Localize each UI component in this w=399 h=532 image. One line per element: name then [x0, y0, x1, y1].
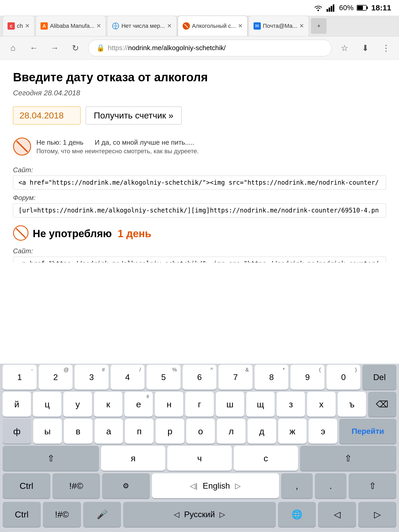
key-в[interactable]: в — [64, 419, 92, 444]
tab-net[interactable]: Нет числа мер... ✕ — [107, 16, 176, 36]
tab-label-alibaba: Alibaba Manufa... — [50, 23, 94, 29]
key-ctrl[interactable]: Ctrl — [3, 473, 50, 498]
tab-favicon-mail: ✉ — [254, 22, 261, 30]
tab-alko[interactable]: Алкогольный с... ✕ — [178, 16, 248, 36]
tab-label-mail: Почта@Ма... — [263, 23, 297, 29]
tab-close-mail[interactable]: ✕ — [299, 23, 304, 29]
get-counter-button[interactable]: Получить счетчик » — [86, 107, 182, 124]
key-к[interactable]: к — [94, 392, 122, 417]
key-ц[interactable]: ц — [33, 392, 61, 417]
tab-new-button[interactable]: + — [311, 18, 327, 34]
key-spacebar-english[interactable]: ◁| English ▷ — [152, 473, 279, 498]
spacebar-ru-left: ◁ — [174, 510, 179, 519]
tab-close-net[interactable]: ✕ — [167, 23, 172, 29]
back-button[interactable]: ⌂ — [5, 40, 21, 56]
nav-back-button[interactable]: ← — [26, 40, 42, 56]
reload-button[interactable]: ↻ — [68, 40, 83, 56]
key-backspace[interactable]: ⌫ — [368, 392, 396, 417]
key-ы[interactable]: ы — [33, 419, 62, 444]
key-ш[interactable]: ш — [216, 392, 244, 417]
key-ф-dark[interactable]: ф — [3, 419, 31, 444]
key-8[interactable]: 8* — [255, 365, 289, 390]
key-й[interactable]: й — [3, 392, 31, 417]
section2-icon — [13, 225, 29, 242]
key-ж[interactable]: ж — [278, 419, 307, 444]
key-nav-back[interactable]: ◁ — [318, 502, 356, 527]
key-enter[interactable]: Перейти — [339, 419, 396, 444]
key-period[interactable]: . — [315, 473, 347, 498]
key-о[interactable]: о — [186, 419, 215, 444]
key-emoji[interactable]: !#© — [43, 502, 81, 527]
key-0-super: ) — [355, 367, 357, 373]
key-а[interactable]: а — [95, 419, 123, 444]
banner-quote: И да, со мной лучше не пить..... — [95, 138, 195, 146]
key-comma[interactable]: , — [281, 473, 313, 498]
page-title: Введите дату отказа от алкоголя — [13, 70, 386, 84]
key-ъ[interactable]: ъ — [338, 392, 366, 417]
key-shift-left[interactable]: ⇧ — [3, 446, 99, 471]
key-8-super: * — [283, 367, 285, 373]
key-1[interactable]: 1- — [3, 365, 37, 390]
site-code-section-2: Сайт: <a href="https://nodrink.me/alkogo… — [13, 247, 386, 262]
site-code-box-2[interactable]: <a href="https://nodrink.me/alkogolniy-s… — [13, 257, 386, 262]
key-5[interactable]: 5% — [147, 365, 181, 390]
key-7[interactable]: 7& — [218, 365, 252, 390]
banner-line1: Не пью: 1 день И да, со мной лучше не пи… — [36, 138, 199, 147]
key-0[interactable]: 0) — [327, 365, 361, 390]
spacebar-arrow-right: ▷ — [235, 482, 241, 490]
key-х[interactable]: х — [307, 392, 335, 417]
key-9[interactable]: 9( — [290, 365, 324, 390]
key-settings[interactable]: ⚙ — [102, 473, 150, 498]
tab-alibaba[interactable]: A Alibaba Manufa... ✕ — [36, 16, 106, 36]
key-symbols[interactable]: !#© — [52, 473, 100, 498]
menu-button[interactable]: ⋮ — [378, 40, 394, 56]
key-р[interactable]: р — [156, 419, 184, 444]
keyboard: 1- 2@ 3# 4/ 5% 6^ 7& 8* 9( 0) Del й ц у … — [0, 364, 399, 532]
key-д[interactable]: д — [248, 419, 276, 444]
key-н[interactable]: н — [155, 392, 183, 417]
key-п[interactable]: п — [125, 419, 154, 444]
tab-close-ch[interactable]: ✕ — [25, 23, 30, 29]
key-4[interactable]: 4/ — [111, 365, 145, 390]
tab-mail[interactable]: ✉ Почта@Ма... ✕ — [249, 16, 309, 36]
key-shift-right[interactable]: ⇧ — [300, 446, 396, 471]
key-у[interactable]: у — [63, 392, 92, 417]
spacebar-arrow-left: ◁| — [190, 482, 197, 490]
svg-rect-6 — [367, 6, 368, 9]
key-6[interactable]: 6^ — [183, 365, 217, 390]
key-э[interactable]: э — [309, 419, 337, 444]
key-globe[interactable]: 🌐 — [278, 502, 316, 527]
key-shift-bottom[interactable]: ⇧ — [349, 473, 396, 498]
date-input[interactable]: 28.04.2018 — [13, 107, 81, 124]
keyboard-row3: ⇧ я ч с м и т ь б ю ⇧ — [0, 445, 399, 472]
tab-close-alibaba[interactable]: ✕ — [96, 23, 101, 29]
address-input[interactable]: 🔒 https://nodrink.me/alkogolniy-schetchi… — [88, 40, 331, 56]
key-ctrl-bottom[interactable]: Ctrl — [3, 502, 41, 527]
svg-line-16 — [16, 228, 25, 238]
site-label-2: Сайт: — [13, 247, 386, 255]
key-щ[interactable]: щ — [246, 392, 275, 417]
tab-ch[interactable]: c ch ✕ — [3, 16, 35, 36]
key-ч[interactable]: ч — [167, 446, 231, 471]
key-е[interactable]: её — [124, 392, 153, 417]
forum-code-box-1[interactable]: [url=https://nodrink.me/alkogolniy-schet… — [13, 203, 386, 217]
key-6-super: ^ — [210, 367, 213, 373]
key-л[interactable]: л — [217, 419, 245, 444]
key-г[interactable]: г — [185, 392, 214, 417]
key-з[interactable]: з — [277, 392, 305, 417]
download-button[interactable]: ⬇ — [357, 40, 373, 56]
bookmark-button[interactable]: ☆ — [337, 40, 352, 56]
section2-title-pre: Не употребляю — [33, 228, 112, 239]
nav-forward-button[interactable]: → — [47, 40, 62, 56]
key-2[interactable]: 2@ — [39, 365, 73, 390]
tab-close-alko[interactable]: ✕ — [238, 23, 243, 29]
key-mic[interactable]: 🎤 — [83, 502, 121, 527]
site-code-box-1[interactable]: <a href="https://nodrink.me/alkogolniy-s… — [13, 176, 386, 190]
tab-label-ch: ch — [17, 23, 23, 29]
key-я[interactable]: я — [101, 446, 165, 471]
key-del[interactable]: Del — [362, 365, 396, 390]
key-с[interactable]: с — [234, 446, 298, 471]
key-spacebar-russian[interactable]: ◁ Русский ▷ — [123, 502, 276, 527]
key-nav-forward[interactable]: ▷ — [358, 502, 396, 527]
key-3[interactable]: 3# — [75, 365, 109, 390]
